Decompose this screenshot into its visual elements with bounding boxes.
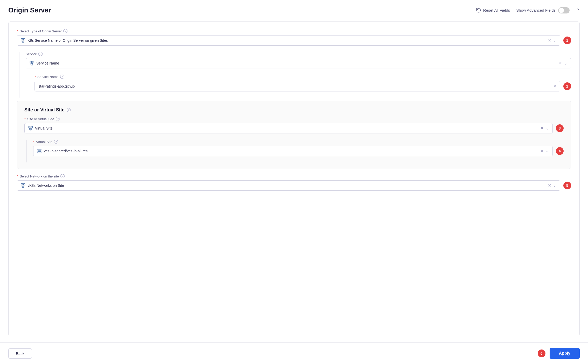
svg-rect-6 <box>32 61 34 63</box>
site-section-help-icon[interactable]: ? <box>67 108 71 112</box>
service-select[interactable]: Service Name ✕ ⌄ <box>26 58 571 68</box>
network-value: vK8s Networks on Site <box>27 183 546 188</box>
site-virtual-chevron: ⌄ <box>546 126 549 130</box>
main-card: * Select Type of Origin Server ? <box>8 22 580 336</box>
service-name-group: * Service Name ? ✕ 2 <box>34 75 571 91</box>
apply-badge: 6 <box>538 349 545 357</box>
page-title: Origin Server <box>8 6 51 14</box>
reset-label: Reset All Fields <box>483 8 510 12</box>
svg-rect-17 <box>38 152 41 153</box>
origin-type-clear[interactable]: ✕ <box>548 38 551 42</box>
svg-rect-16 <box>38 151 41 152</box>
network-clear[interactable]: ✕ <box>548 183 551 188</box>
network-help-icon[interactable]: ? <box>60 174 65 178</box>
origin-type-help-icon[interactable]: ? <box>63 29 67 33</box>
service-label: Service ? <box>26 52 571 56</box>
footer-right: 6 Apply <box>535 348 580 359</box>
virtual-site-group: * Virtual Site ? <box>33 140 564 156</box>
origin-type-node-icon <box>21 38 25 43</box>
show-advanced-fields: Show Advanced Fields <box>516 7 570 13</box>
page-footer: Back 6 Apply <box>0 342 588 364</box>
service-group: Service ? Ser <box>26 52 571 68</box>
site-virtual-select[interactable]: Virtual Site ✕ ⌄ <box>24 123 553 133</box>
service-node-icon <box>30 61 34 66</box>
service-name-clear[interactable]: ✕ <box>553 84 556 89</box>
virtual-site-select[interactable]: ves-io-shared/ves-io-all-res ✕ ⌄ <box>33 146 553 156</box>
virtual-site-label: * Virtual Site ? <box>33 140 564 144</box>
site-virtual-help-icon[interactable]: ? <box>56 117 60 121</box>
origin-type-group: * Select Type of Origin Server ? <box>17 29 571 46</box>
origin-type-badge: 1 <box>563 37 571 44</box>
site-virtual-site-label: * Site or Virtual Site ? <box>24 117 564 121</box>
svg-rect-10 <box>29 126 30 128</box>
svg-rect-19 <box>24 184 25 185</box>
virtual-site-clear[interactable]: ✕ <box>540 149 544 153</box>
virtual-site-chevron: ⌄ <box>546 149 549 153</box>
origin-type-select[interactable]: K8s Service Name of Origin Server on giv… <box>17 35 560 46</box>
service-name-badge: 2 <box>563 82 571 90</box>
service-help-icon[interactable]: ? <box>38 52 43 56</box>
service-name-indent: * Service Name ? ✕ 2 <box>26 75 571 98</box>
svg-rect-1 <box>24 39 25 40</box>
svg-rect-15 <box>38 149 41 150</box>
service-name-help-icon[interactable]: ? <box>60 75 64 79</box>
virtual-site-badge: 4 <box>556 147 564 155</box>
reset-icon <box>476 8 481 13</box>
site-virtual-site-section: Site or Virtual Site ? * Site or Virtual… <box>17 101 571 169</box>
network-badge: 5 <box>563 182 571 189</box>
indent-bar-3 <box>26 140 27 162</box>
svg-rect-0 <box>21 39 23 40</box>
service-name-input-box: ✕ <box>34 81 560 91</box>
site-virtual-badge: 3 <box>556 124 564 132</box>
network-chevron: ⌄ <box>553 183 556 188</box>
network-select[interactable]: vK8s Networks on Site ✕ ⌄ <box>17 180 560 191</box>
show-advanced-toggle[interactable] <box>558 7 570 13</box>
origin-type-chevron: ⌄ <box>553 38 556 42</box>
indent-bar-1 <box>19 52 19 98</box>
service-clear[interactable]: ✕ <box>559 61 562 65</box>
show-advanced-label: Show Advanced Fields <box>516 8 556 12</box>
network-label: * Select Network on the site ? <box>17 174 571 178</box>
origin-type-value: K8s Service Name of Origin Server on giv… <box>27 38 546 42</box>
indent-bar-2 <box>28 75 28 98</box>
svg-rect-11 <box>31 126 33 128</box>
service-select-value: Service Name <box>36 61 557 65</box>
svg-rect-5 <box>30 61 32 63</box>
virtual-site-node-icon <box>37 149 42 153</box>
site-virtual-value: Virtual Site <box>35 126 538 130</box>
virtual-site-indent: * Virtual Site ? <box>24 140 564 162</box>
network-node-icon <box>21 183 25 188</box>
site-section-title: Site or Virtual Site ? <box>24 107 564 113</box>
site-virtual-node-icon <box>28 126 33 131</box>
virtual-site-help-icon[interactable]: ? <box>54 140 58 144</box>
service-chevron: ⌄ <box>564 61 567 65</box>
virtual-site-value: ves-io-shared/ves-io-all-res <box>44 149 538 153</box>
reset-all-fields-button[interactable]: Reset All Fields <box>476 8 510 13</box>
network-group: * Select Network on the site ? <box>17 174 571 191</box>
origin-type-label: * Select Type of Origin Server ? <box>17 29 571 33</box>
site-virtual-clear[interactable]: ✕ <box>540 126 544 130</box>
back-button[interactable]: Back <box>8 348 32 359</box>
collapse-button[interactable]: ⌃ <box>576 8 580 13</box>
svg-rect-18 <box>21 184 23 185</box>
service-section-indent: Service ? Ser <box>17 52 571 98</box>
apply-button[interactable]: Apply <box>550 348 580 359</box>
service-name-input[interactable] <box>38 84 553 88</box>
service-name-label: * Service Name ? <box>34 75 571 79</box>
site-virtual-site-group: * Site or Virtual Site ? <box>24 117 564 133</box>
